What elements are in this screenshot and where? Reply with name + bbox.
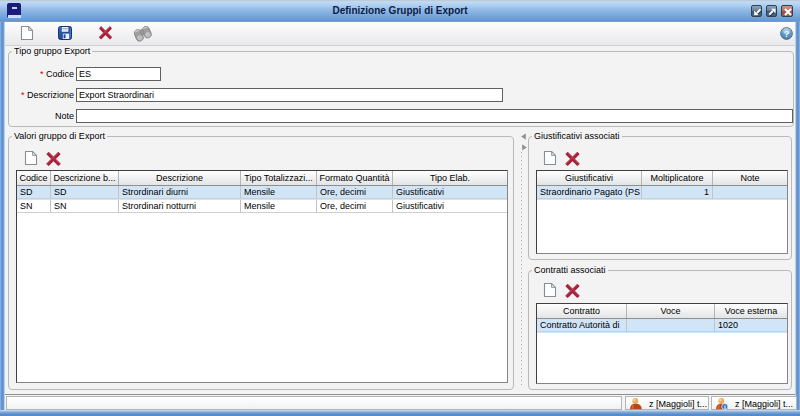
- svg-text:?: ?: [784, 29, 789, 39]
